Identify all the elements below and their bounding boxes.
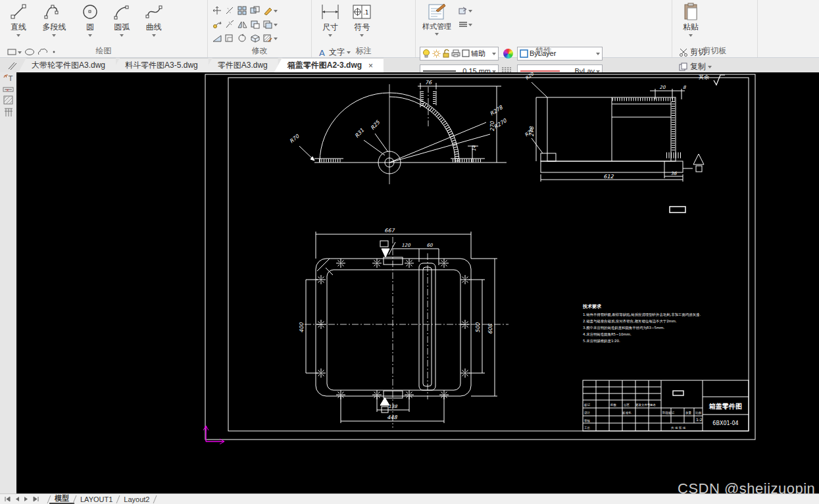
layout1-tab[interactable]: LAYOUT1 <box>75 494 118 504</box>
doc-tab-4-label: 箱盖零件图A2-3.dwg <box>287 60 362 71</box>
dim-text: R31 <box>354 128 365 139</box>
style-manager-icon <box>427 2 447 22</box>
left-mini-toolbar: T × <box>0 72 16 493</box>
ribbon-group-modify: 修改 <box>208 0 312 57</box>
quick-hatch-icon[interactable] <box>3 95 14 105</box>
prev-tab-icon[interactable] <box>14 496 20 502</box>
dim-text: 500 <box>475 322 481 332</box>
close-tab-icon[interactable]: × <box>368 61 373 70</box>
ucs-icon <box>203 426 224 444</box>
doc-tab-3-label: 零件图A3.dwg <box>218 60 268 71</box>
main-area: T × <box>0 72 819 493</box>
copy-object-tool[interactable] <box>212 17 223 31</box>
tb-label: 标记 <box>583 403 591 407</box>
quick-table-icon[interactable] <box>3 107 14 118</box>
quick-dim-icon[interactable]: × <box>3 86 14 93</box>
doc-tab-1-label: 大带轮零件图A3.dwg <box>32 60 105 71</box>
3d-tool[interactable] <box>249 31 261 45</box>
spline-label: 曲线 <box>146 22 162 33</box>
chevron-down-icon <box>152 34 156 37</box>
erase-tool[interactable] <box>262 3 278 17</box>
layer-tools-button[interactable] <box>458 6 473 15</box>
paste-button[interactable]: 粘贴 <box>676 2 705 44</box>
view-side-dims: 76 270 R278 R270 R70 R31 R25 14 <box>289 80 509 151</box>
dimension-button[interactable]: 尺寸 <box>316 2 345 44</box>
model-tab[interactable]: 模型 <box>49 494 74 504</box>
tb-label: 阶段标记 <box>662 411 675 415</box>
tb-label: 设计 <box>584 411 591 415</box>
notes-line: 3.图中未注明的铸造斜度和圆角半径均为R3~5mm. <box>583 326 664 330</box>
chevron-down-icon <box>328 34 332 37</box>
arc-button[interactable]: 圆弧 <box>107 2 136 44</box>
drawing-canvas[interactable]: 76 270 R278 R270 R70 R31 R25 14 <box>16 72 819 493</box>
extend-tool[interactable] <box>224 31 236 45</box>
svg-text:T: T <box>8 75 13 82</box>
copy-label: 复制 <box>690 61 706 72</box>
array-tool[interactable] <box>237 3 248 17</box>
ribbon-group-properties: 样式管理 辅助 ByLayer 0.15 mm <box>416 0 672 57</box>
eraser-pencil-icon <box>263 6 273 15</box>
doc-tab-3[interactable]: 零件图A3.dwg <box>205 58 278 72</box>
quick-text-icon[interactable]: T <box>3 74 14 84</box>
dim-text: 608 <box>487 323 493 334</box>
tb-label: 工艺 <box>584 426 591 430</box>
ribbon-group-draw: 直线 多段线 圆 圆弧 曲线 <box>0 0 208 57</box>
doc-tab-4-active[interactable]: 箱盖零件图A2-3.dwg× <box>274 58 384 72</box>
rotate-tool[interactable] <box>237 31 248 45</box>
ribbon-spacer <box>758 0 819 57</box>
hatch-edit-tool[interactable] <box>262 31 278 45</box>
copy-object-icon <box>212 20 222 29</box>
scale-tool[interactable] <box>212 31 223 45</box>
doc-tab-1[interactable]: 大带轮零件图A3.dwg <box>18 58 116 72</box>
spline-button[interactable]: 曲线 <box>139 2 168 44</box>
offset-tool[interactable] <box>262 17 278 31</box>
copy-button[interactable]: 复制 <box>678 60 723 73</box>
notes-line: 5.未注明拔模斜度1:20. <box>583 339 620 343</box>
offset-icon <box>263 20 273 29</box>
dim-text: 612 <box>603 174 614 180</box>
notes-line: 2.箱盖与箱座合箱后,应对齐密合,相互错位每边不大于2mm. <box>583 319 677 324</box>
part-name: 箱盖零件图 <box>708 403 742 410</box>
drawing-canvas-svg: 76 270 R278 R270 R70 R31 R25 14 <box>16 72 819 493</box>
notes-line: 1.铸件不得有砂眼,裂纹等缺陷,铸后应清理型砂并去毛刺,非加工面均涂灰漆. <box>583 313 701 317</box>
polyline-button[interactable]: 多段线 <box>36 2 72 44</box>
svg-text:×: × <box>6 88 9 92</box>
plan-hole-marks <box>316 259 470 399</box>
dim-text: 120 <box>401 243 410 248</box>
box-3d-icon <box>250 34 261 43</box>
break-tool[interactable] <box>224 17 236 31</box>
chevron-down-icon <box>468 10 472 13</box>
mirror-tool[interactable] <box>237 17 248 31</box>
circle-button[interactable]: 圆 <box>76 2 105 44</box>
next-tab-icon[interactable] <box>24 496 29 502</box>
move-icon <box>212 6 222 15</box>
lineweight-toggle-button[interactable] <box>458 20 473 28</box>
stretch-tool[interactable] <box>249 3 261 17</box>
chevron-down-icon <box>708 66 712 68</box>
dim-text: R70 <box>289 133 301 145</box>
symbol-button[interactable]: .1 符号 <box>347 2 376 44</box>
last-tab-icon[interactable] <box>33 496 39 502</box>
mirror-icon <box>237 20 247 29</box>
doc-tab-2[interactable]: 料斗零件图A3-5.dwg <box>112 58 209 72</box>
layout2-tab[interactable]: Layout2 <box>118 494 155 504</box>
dim-text: 20 <box>660 85 666 90</box>
notes-title: 技术要求 <box>582 303 602 309</box>
arc-label: 圆弧 <box>114 22 130 33</box>
trim-tool[interactable] <box>224 3 236 17</box>
extend-icon <box>225 34 235 43</box>
layer-states-icon <box>459 7 468 14</box>
line-button[interactable]: 直线 <box>4 2 33 44</box>
chevron-down-icon <box>274 24 278 26</box>
first-tab-icon[interactable] <box>4 496 11 502</box>
array-icon <box>237 6 247 15</box>
polyline-label: 多段线 <box>42 22 66 33</box>
chevron-down-icon <box>468 24 472 26</box>
line-icon <box>10 2 27 22</box>
fillet-tool[interactable] <box>249 17 261 31</box>
move-tool[interactable] <box>212 3 223 17</box>
surface-note-text: 其余 <box>699 74 709 80</box>
style-manager-button[interactable]: 样式管理 <box>420 2 454 44</box>
arc-icon <box>113 2 130 22</box>
dim-text: 14 <box>472 145 477 151</box>
